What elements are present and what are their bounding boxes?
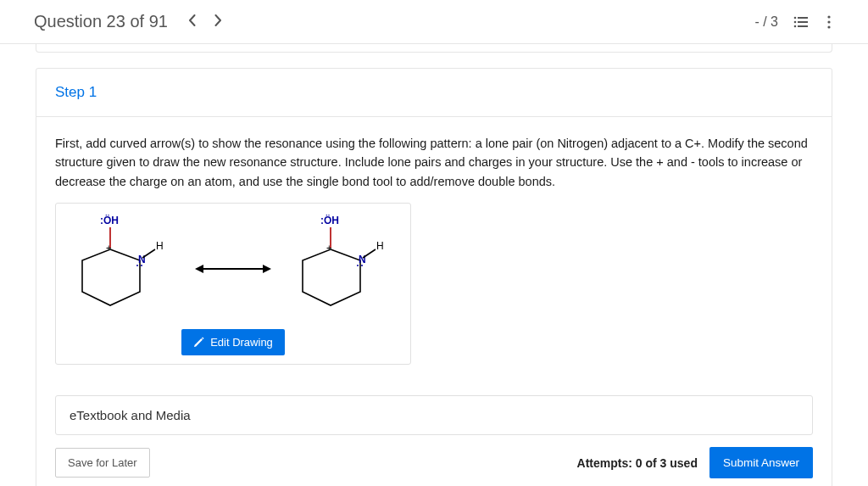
svg-point-0: [794, 16, 797, 19]
oh-label: :ÖH: [100, 214, 119, 226]
step-instructions: First, add curved arrow(s) to show the r…: [55, 134, 813, 191]
footer-row: Save for Later Attempts: 0 of 3 used Sub…: [55, 447, 813, 478]
svg-point-6: [827, 15, 830, 18]
svg-point-7: [827, 20, 830, 23]
step-header: Step 1: [36, 69, 832, 117]
svg-point-13: [141, 265, 142, 266]
resonance-arrow-icon: [195, 260, 271, 277]
h-label: H: [156, 240, 164, 252]
header-right: - / 3: [754, 14, 834, 30]
chevron-left-icon: [188, 14, 197, 26]
n-label: N: [359, 254, 366, 265]
previous-card-fragment: [36, 44, 832, 53]
n-label: N: [138, 254, 146, 265]
question-counter: Question 23 of 91: [34, 12, 168, 31]
question-list-button[interactable]: [793, 16, 809, 28]
svg-point-2: [794, 20, 797, 23]
drawing-area: :ÖH + N H: [55, 203, 411, 365]
nav-arrows: [188, 14, 222, 30]
svg-marker-16: [195, 265, 203, 273]
next-question-button[interactable]: [214, 14, 222, 30]
oh-label: :ÖH: [320, 214, 339, 226]
svg-marker-17: [263, 265, 271, 273]
chevron-right-icon: [214, 14, 222, 26]
svg-point-8: [827, 25, 830, 28]
svg-marker-11: [82, 249, 140, 305]
svg-rect-1: [798, 17, 808, 19]
save-for-later-button[interactable]: Save for Later: [55, 448, 150, 478]
card-body: First, add curved arrow(s) to show the r…: [36, 117, 832, 486]
attempts-counter: Attempts: 0 of 3 used: [577, 456, 698, 470]
etextbook-label: eTextbook and Media: [70, 408, 191, 422]
list-icon: [793, 16, 809, 28]
svg-rect-3: [798, 21, 808, 23]
score-display: - / 3: [754, 14, 778, 30]
edit-drawing-button[interactable]: Edit Drawing: [181, 329, 285, 355]
etextbook-media-button[interactable]: eTextbook and Media: [55, 395, 813, 435]
h-label: H: [376, 240, 384, 252]
prev-question-button[interactable]: [188, 14, 197, 30]
step-title: Step 1: [55, 84, 97, 100]
question-header: Question 23 of 91 - / 3: [0, 0, 868, 44]
svg-rect-5: [798, 25, 808, 27]
pencil-icon: [193, 337, 204, 348]
svg-point-21: [357, 265, 359, 266]
kebab-icon: [827, 15, 831, 29]
more-options-button[interactable]: [824, 15, 834, 29]
step-card: Step 1 First, add curved arrow(s) to sho…: [36, 68, 832, 486]
svg-marker-20: [303, 249, 360, 305]
content-area: Step 1 First, add curved arrow(s) to sho…: [0, 44, 868, 486]
molecule-left: :ÖH + N H: [72, 214, 174, 324]
svg-point-12: [136, 265, 138, 266]
edit-drawing-label: Edit Drawing: [210, 336, 273, 349]
svg-point-22: [361, 265, 363, 266]
submit-answer-button[interactable]: Submit Answer: [709, 447, 813, 478]
svg-point-4: [794, 25, 797, 27]
molecule-right: :ÖH + N H: [292, 214, 394, 324]
